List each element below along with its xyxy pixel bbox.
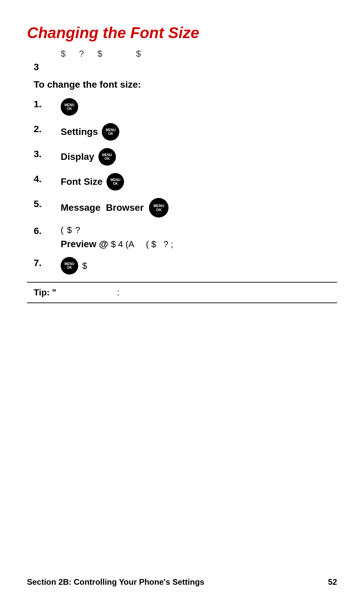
instruction-label: To change the font size: [27,79,337,90]
step-6-dollar: $ [67,225,72,235]
menu-ok-icon-5[interactable]: MENU OK [149,198,169,218]
step-6-content: ( $ ? Preview @ $ 4 (A ( $ ? ; [61,225,173,250]
footer: Section 2B: Controlling Your Phone's Set… [27,577,337,587]
footer-right: 52 [328,577,337,587]
menu-ok-icon-3[interactable]: MENU OK [98,148,116,166]
page-title: Changing the Font Size [27,24,337,42]
step-1-number: 1. [34,98,61,110]
step-4-number: 4. [34,173,61,184]
menu-ok-label-menu: MENU [106,128,116,132]
menu-ok-label-menu: MENU [102,153,112,157]
menu-ok-label-menu: MENU [153,204,164,208]
menu-ok-label-ok: OK [113,182,118,185]
step-6: 6. ( $ ? Preview @ $ 4 (A ( $ ? ; [27,225,337,250]
menu-ok-label-menu: MENU [64,262,74,266]
page-container: Changing the Font Size $ ? $ $ 3 To chan… [0,0,364,607]
step-5: 5. Message Browser MENU OK [27,198,337,218]
menu-ok-label-ok: OK [67,266,72,269]
step-2: 2. Settings MENU OK [27,123,337,141]
tip-content: : [59,287,120,297]
step-5-number: 5. [34,198,61,209]
step-6-paren: ( [61,225,64,235]
step-3: 3. Display MENU OK [27,148,337,166]
step-6-row2: Preview @ $ 4 (A ( $ ? ; [61,239,173,250]
step-3-content: Display MENU OK [61,148,116,166]
steps-list: 1. MENU OK 2. Settings MENU OK 3. [27,98,337,274]
step-1: 1. MENU OK [27,98,337,116]
step-3-number: 3. [34,148,61,160]
step-4-content: Font Size MENU OK [61,173,124,191]
step-1-content: MENU OK [61,98,78,116]
step-6-number: 6. [34,225,61,236]
menu-ok-label-ok: OK [156,208,162,212]
subtitle-token-1: $ [61,49,65,59]
menu-ok-label-ok: OK [104,157,110,161]
subtitle-row: $ ? $ $ [27,49,337,59]
menu-ok-label-ok: OK [67,107,72,111]
step-2-text: Settings [61,126,98,137]
menu-ok-icon-4[interactable]: MENU OK [107,173,124,191]
step-7: 7. MENU OK $ [27,257,337,274]
menu-ok-icon-1[interactable]: MENU OK [61,98,78,116]
step-4: 4. Font Size MENU OK [27,173,337,191]
step-7-number: 7. [34,257,61,268]
subtitle-token-2: ? [79,49,84,59]
step-7-content: MENU OK $ [61,257,87,274]
subtitle-token-4: $ [136,49,141,59]
step-6-question: ? [75,225,80,235]
tip-label: Tip: " [34,287,56,297]
step-3-text: Display [61,151,94,162]
step-4-text: Font Size [61,176,102,187]
step-6-preview-content: $ 4 (A ( $ ? ; [111,239,173,250]
step-5-text1: Message [61,202,100,213]
step-2-content: Settings MENU OK [61,123,119,141]
step-7-text: $ [82,261,87,271]
menu-ok-icon-7[interactable]: MENU OK [61,257,78,274]
tip-box: Tip: " : [27,282,337,303]
step-5-text2: Browser [106,202,144,213]
step-6-row1: ( $ ? [61,225,173,235]
section-number: 3 [27,62,337,73]
subtitle-token-3: $ [97,49,102,59]
menu-ok-label-ok: OK [108,132,113,136]
step-6-preview-label: Preview @ [61,239,108,250]
step-2-number: 2. [34,123,61,135]
menu-ok-label-menu: MENU [111,178,120,182]
menu-ok-icon-2[interactable]: MENU OK [102,123,119,141]
menu-ok-label-menu: MENU [64,103,74,107]
step-5-content: Message Browser MENU OK [61,198,169,218]
footer-left: Section 2B: Controlling Your Phone's Set… [27,577,204,587]
